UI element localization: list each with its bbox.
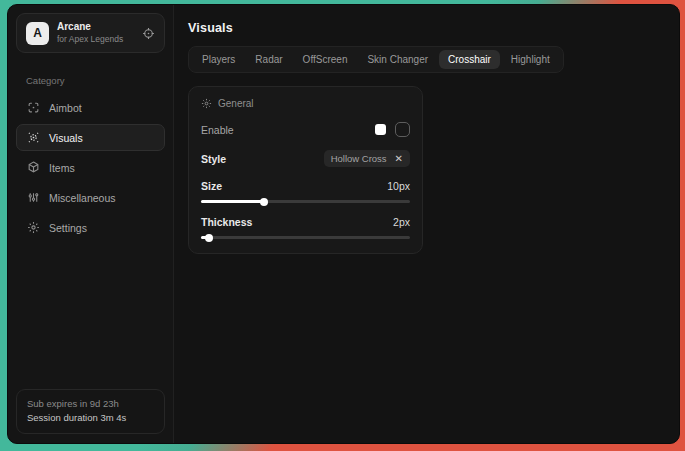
sidebar-item-label: Items bbox=[49, 162, 75, 174]
tab-skin-changer[interactable]: Skin Changer bbox=[358, 50, 437, 69]
sub-expires-text: Sub expires in 9d 23h bbox=[27, 397, 154, 412]
sidebar-item-label: Miscellaneous bbox=[49, 192, 116, 204]
sidebar-item-visuals[interactable]: Visuals bbox=[16, 124, 165, 151]
panel-title: General bbox=[218, 98, 254, 109]
sidebar-item-label: Visuals bbox=[49, 132, 83, 144]
tab-highlight[interactable]: Highlight bbox=[502, 50, 559, 69]
category-label: Category bbox=[26, 75, 173, 86]
sidebar-item-label: Settings bbox=[49, 222, 87, 234]
style-value: Hollow Cross bbox=[331, 153, 387, 164]
style-label: Style bbox=[201, 153, 226, 165]
eye-scan-icon bbox=[27, 131, 40, 144]
session-duration-text: Session duration 3m 4s bbox=[27, 411, 154, 426]
tab-players[interactable]: Players bbox=[193, 50, 244, 69]
main-content: Visuals Players Radar OffScreen Skin Cha… bbox=[174, 5, 679, 443]
brand-title: Arcane bbox=[57, 21, 123, 34]
sidebar-item-items[interactable]: Items bbox=[16, 154, 165, 181]
sidebar-item-settings[interactable]: Settings bbox=[16, 214, 165, 241]
style-select[interactable]: Hollow Cross ✕ bbox=[324, 150, 410, 167]
brand-card: A Arcane for Apex Legends bbox=[16, 13, 165, 53]
thickness-label: Thickness bbox=[201, 216, 252, 228]
cube-icon bbox=[27, 161, 40, 174]
general-panel: General Enable Style Hollow Cross ✕ Size… bbox=[188, 86, 423, 254]
color-swatch[interactable] bbox=[375, 124, 386, 135]
enable-checkbox[interactable] bbox=[395, 122, 410, 137]
size-value: 10px bbox=[387, 180, 410, 192]
thickness-row: Thickness 2px bbox=[201, 216, 410, 228]
thickness-value: 2px bbox=[393, 216, 410, 228]
brand-subtitle: for Apex Legends bbox=[57, 34, 123, 45]
gear-icon bbox=[27, 221, 40, 234]
enable-row: Enable bbox=[201, 122, 410, 137]
sliders-icon bbox=[27, 191, 40, 204]
sidebar-item-miscellaneous[interactable]: Miscellaneous bbox=[16, 184, 165, 211]
app-window: A Arcane for Apex Legends Category bbox=[7, 4, 680, 444]
style-row: Style Hollow Cross ✕ bbox=[201, 150, 410, 167]
size-label: Size bbox=[201, 180, 222, 192]
sidebar-nav: Aimbot Visuals Items bbox=[8, 94, 173, 241]
sidebar-item-label: Aimbot bbox=[49, 102, 82, 114]
tab-crosshair[interactable]: Crosshair bbox=[439, 50, 500, 69]
brand-logo: A bbox=[26, 22, 49, 45]
size-slider[interactable] bbox=[201, 200, 410, 203]
enable-label: Enable bbox=[201, 124, 234, 136]
subscription-card: Sub expires in 9d 23h Session duration 3… bbox=[16, 389, 165, 434]
sidebar-item-aimbot[interactable]: Aimbot bbox=[16, 94, 165, 121]
thickness-slider[interactable] bbox=[201, 236, 410, 239]
size-row: Size 10px bbox=[201, 180, 410, 192]
size-slider-thumb[interactable] bbox=[260, 198, 268, 206]
crosshair-icon[interactable] bbox=[142, 27, 155, 40]
tab-offscreen[interactable]: OffScreen bbox=[294, 50, 357, 69]
tab-radar[interactable]: Radar bbox=[246, 50, 291, 69]
thickness-slider-thumb[interactable] bbox=[205, 234, 213, 242]
gear-icon bbox=[201, 98, 212, 109]
close-icon[interactable]: ✕ bbox=[395, 154, 403, 164]
sidebar: A Arcane for Apex Legends Category bbox=[8, 5, 174, 443]
visuals-tabbar: Players Radar OffScreen Skin Changer Cro… bbox=[188, 46, 564, 73]
page-title: Visuals bbox=[188, 21, 665, 35]
target-brackets-icon bbox=[27, 101, 40, 114]
